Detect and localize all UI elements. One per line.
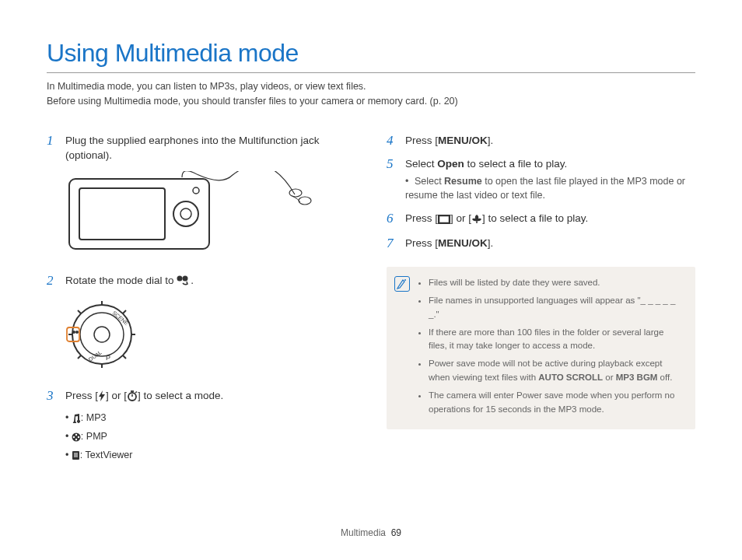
step-6-text-a: Press [ [405,212,438,224]
display-icon [438,213,450,229]
step-body: Press [MENU/OK]. [405,133,493,149]
step-5: 5 Select Open to select a file to play. … [387,156,695,203]
page-footer: Multimedia 69 [0,527,742,538]
note-4d: MP3 BGM [616,373,658,382]
intro-text: In Multimedia mode, you can listen to MP… [47,79,695,110]
step-4-text-c: ]. [488,135,494,146]
step-5-sub-a: Select [415,176,444,187]
svg-point-24 [72,331,75,334]
step-6-text-c: ] to select a file to play. [482,212,588,224]
step-number: 5 [387,156,397,203]
flash-icon [98,390,106,406]
step-3-text-b: ] or [ [106,390,127,401]
step-7: 7 Press [MENU/OK]. [387,236,695,251]
step-number: 7 [387,236,397,251]
svg-point-9 [72,305,131,364]
column-right: 4 Press [MENU/OK]. 5 Select Open to sele… [387,133,695,475]
music-note-icon [72,413,81,427]
multimedia-mode-icon [177,275,191,291]
step-body: Rotate the mode dial to . [65,273,194,291]
note-4b: AUTO SCROLL [538,373,603,382]
note-item: Files will be listed by date they were s… [429,276,684,290]
step-5-text-b: Open [437,158,464,170]
page-title: Using Multimedia mode [47,39,695,68]
mode-list: • : MP3 • : PMP • : TextViewer [65,411,223,464]
svg-point-32 [73,436,75,438]
svg-point-7 [177,275,183,281]
note-box: Files will be listed by date they were s… [387,267,695,429]
svg-point-6 [299,197,311,205]
note-4c: or [603,373,616,382]
step-2: 2 Rotate the mode dial to . [47,273,355,291]
svg-point-31 [75,434,77,436]
mode-dial-illustration: SCENE DUAL P [65,298,355,374]
svg-rect-0 [69,179,209,249]
svg-point-25 [75,331,79,334]
list-item: • : PMP [65,429,223,446]
film-reel-icon [72,432,81,446]
svg-point-43 [404,279,406,281]
step-6-text-b: ] or [ [450,212,471,224]
step-body: Press [] or [] to select a file to play. [405,211,588,229]
content-columns: 1 Plug the supplied earphones into the M… [47,133,695,475]
svg-point-11 [94,327,110,342]
step-5-sub: • Select Resume to open the last file pl… [405,174,695,202]
svg-rect-39 [439,215,450,223]
document-page: Using Multimedia mode In Multimedia mode… [0,0,742,490]
svg-line-16 [78,310,81,313]
step-6: 6 Press [] or [] to select a file to pla… [387,211,695,229]
step-number: 1 [47,133,58,163]
pmp-label: : PMP [81,431,107,442]
svg-point-8 [183,275,188,281]
intro-line-1: In Multimedia mode, you can listen to MP… [47,81,366,92]
svg-line-19 [123,355,126,359]
step-number: 3 [47,388,58,467]
list-item: • : MP3 [65,411,223,427]
step-body: Plug the supplied earphones into the Mul… [65,133,355,163]
note-item: File names in unsupported languages will… [429,294,684,322]
note-item: The camera will enter Power save mode wh… [429,389,684,417]
step-5-text-a: Select [405,158,437,170]
textviewer-label: : TextViewer [80,450,133,460]
step-3-text-a: Press [ [65,390,98,401]
step-body: Press [MENU/OK]. [405,236,493,251]
list-item: • : TextViewer [65,448,223,464]
svg-line-17 [123,310,126,313]
svg-point-3 [180,208,191,219]
step-7-text-b: MENU/OK [438,237,488,249]
svg-point-34 [75,439,77,440]
footer-section: Multimedia [341,527,386,538]
step-body: Press [] or [] to select a mode. • : MP3… [65,388,223,467]
step-4: 4 Press [MENU/OK]. [387,133,695,149]
step-body: Select Open to select a file to play. • … [405,156,695,203]
step-1: 1 Plug the supplied earphones into the M… [47,133,355,163]
step-number: 4 [387,133,397,149]
svg-point-10 [80,313,124,356]
step-4-text-a: Press [ [405,135,438,146]
macro-icon [471,213,482,229]
step-7-text-a: Press [ [405,237,438,249]
note-icon [394,276,410,292]
step-4-text-b: MENU/OK [438,135,488,146]
svg-line-29 [135,392,137,394]
svg-text:P: P [106,354,110,362]
step-5-text-c: to select a file to play. [464,158,568,170]
note-item: If there are more than 100 files in the … [429,326,684,354]
svg-point-33 [78,436,79,438]
svg-line-18 [78,355,81,359]
step-2-text-b: . [191,275,194,286]
title-divider [47,72,695,73]
step-3-text-c: ] to select a mode. [138,390,223,401]
svg-point-5 [289,189,302,197]
step-number: 2 [47,273,58,291]
timer-icon [127,390,138,406]
svg-rect-1 [79,188,165,240]
note-4e: off. [657,373,672,382]
step-7-text-c: ]. [488,237,494,249]
step-5-sub-b: Resume [444,176,482,187]
step-3: 3 Press [] or [] to select a mode. • : M… [47,388,355,467]
svg-point-4 [193,187,199,194]
intro-line-2: Before using Multimedia mode, you should… [47,96,458,107]
step-2-text-a: Rotate the mode dial to [65,275,177,286]
column-left: 1 Plug the supplied earphones into the M… [47,133,355,475]
